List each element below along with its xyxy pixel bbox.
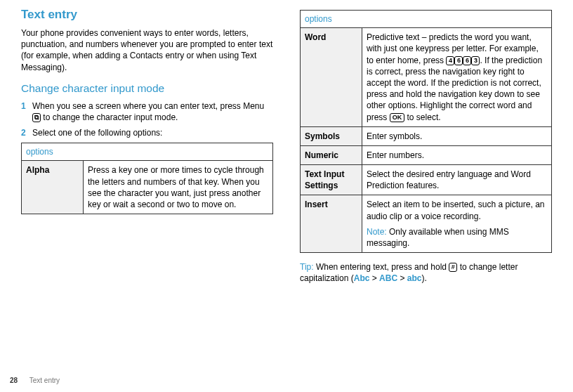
right-column: options Word Predictive text – predicts … <box>300 7 552 285</box>
key-6-icon: 6 <box>463 56 471 65</box>
table-row: Alpha Press a key one or more times to c… <box>22 161 273 214</box>
step-1: 1 When you see a screen where you can en… <box>21 100 273 123</box>
ok-key-icon: OK <box>390 113 405 122</box>
page-footer: 28 Text entry <box>10 376 60 386</box>
word-desc-3: to select. <box>404 112 440 122</box>
page-title: Text entry <box>21 7 273 23</box>
tip-text-3: ). <box>421 273 426 283</box>
gt1: > <box>369 273 379 283</box>
note-text: Only available when using MMS messaging. <box>367 227 509 248</box>
insert-note: Note: Only available when using MMS mess… <box>367 226 547 249</box>
page-spread: Text entry Your phone provides convenien… <box>0 0 573 285</box>
hash-key-icon: # <box>449 263 457 272</box>
key-6-icon: 6 <box>454 56 463 65</box>
intro-text: Your phone provides convenient ways to e… <box>21 27 273 73</box>
tip-paragraph: Tip: When entering text, press and hold … <box>300 261 552 284</box>
tip-text-1: When entering text, press and hold <box>314 262 449 272</box>
page-number: 28 <box>10 377 18 384</box>
cap-abc-lower: abc <box>407 273 422 283</box>
table-row: Insert Select an item to be inserted, su… <box>301 195 552 253</box>
table-row: Symbols Enter symbols. <box>301 126 552 145</box>
option-desc: Enter numbers. <box>362 145 552 164</box>
insert-desc: Select an item to be inserted, such a pi… <box>367 199 547 221</box>
table-row: Text Input Settings Select the desired e… <box>301 165 552 195</box>
cap-abc-upper: ABC <box>379 273 397 283</box>
options-table-right: options Word Predictive text – predicts … <box>300 10 552 253</box>
note-label: Note: <box>367 227 387 237</box>
option-desc: Select the desired entry language and Wo… <box>362 165 552 195</box>
step-2: 2 Select one of the following options: <box>21 127 273 138</box>
option-label: Insert <box>301 195 362 253</box>
step-number: 2 <box>21 127 32 138</box>
step-body: Select one of the following options: <box>32 127 273 138</box>
option-label: Alpha <box>22 161 84 214</box>
step-body: When you see a screen where you can ente… <box>32 100 273 123</box>
option-label: Symbols <box>301 126 362 145</box>
options-table-left: options Alpha Press a key one or more ti… <box>21 143 273 214</box>
step-text-after: to change the character input mode. <box>41 112 178 122</box>
table-row: Numeric Enter numbers. <box>301 145 552 164</box>
option-desc: Predictive text – predicts the word you … <box>362 28 552 127</box>
step-text: Select one of the following options: <box>32 128 162 138</box>
key-4-icon: 4 <box>446 56 454 65</box>
gt2: > <box>397 273 407 283</box>
left-column: Text entry Your phone provides convenien… <box>21 7 273 285</box>
option-label: Word <box>301 28 362 127</box>
cap-abc: Abc <box>354 273 370 283</box>
options-header: options <box>22 143 273 161</box>
option-label: Numeric <box>301 145 362 164</box>
option-label: Text Input Settings <box>301 165 362 195</box>
menu-key-icon: ⧉ <box>32 113 41 122</box>
table-row: Word Predictive text – predicts the word… <box>301 28 552 127</box>
tip-label: Tip: <box>300 262 314 272</box>
subhead: Change character input mode <box>21 81 273 96</box>
options-header: options <box>301 11 552 28</box>
key-3-icon: 3 <box>471 56 480 65</box>
option-desc: Select an item to be inserted, such a pi… <box>362 195 552 253</box>
option-desc: Press a key one or more times to cycle t… <box>84 161 273 214</box>
step-text: When you see a screen where you can ente… <box>32 101 264 111</box>
page-section: Text entry <box>29 377 60 384</box>
option-desc: Enter symbols. <box>362 126 552 145</box>
step-number: 1 <box>21 100 32 123</box>
